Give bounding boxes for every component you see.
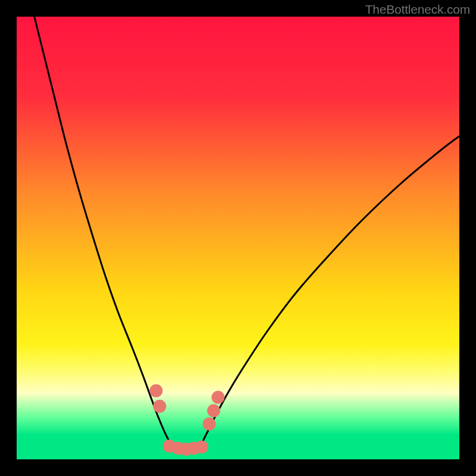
marker-point: [212, 391, 225, 404]
marker-point: [207, 404, 220, 417]
marker-point: [203, 417, 216, 430]
attribution-text: TheBottleneck.com: [365, 2, 470, 17]
marker-point: [153, 400, 166, 413]
marker-point: [149, 384, 162, 397]
chart-frame: TheBottleneck.com: [0, 0, 476, 476]
marker-point: [195, 440, 208, 453]
gradient-background: [17, 17, 459, 459]
bottleneck-chart: [17, 17, 459, 459]
plot-area: [17, 17, 459, 459]
